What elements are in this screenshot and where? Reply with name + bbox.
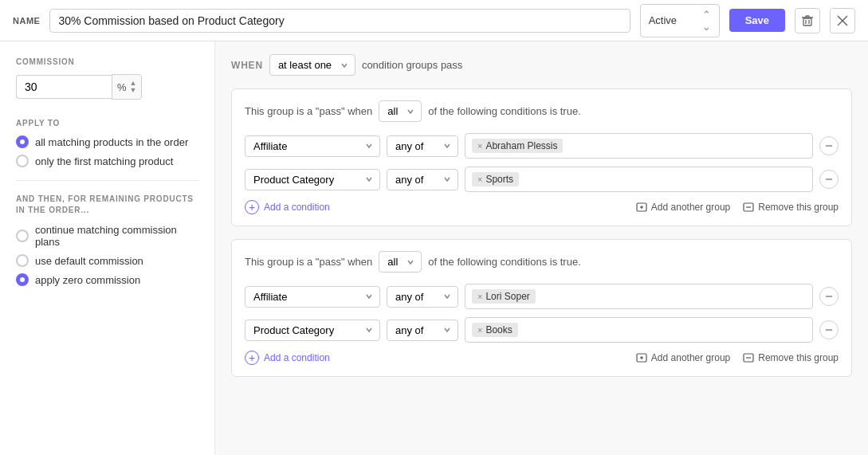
add-group-icon: [636, 202, 647, 213]
plus-circle-icon-2: +: [245, 351, 259, 365]
header: NAME Active ⌃⌄ Save: [0, 0, 868, 41]
group-1-pass-select[interactable]: all: [379, 100, 422, 122]
chevron-icon: ⌃⌄: [702, 9, 711, 33]
commission-suffix: % ▲▼: [112, 74, 142, 100]
add-group-icon-2: [636, 352, 647, 363]
minus-icon: [824, 292, 834, 301]
minus-icon: [824, 141, 834, 151]
tag: × Sports: [472, 172, 519, 186]
right-panel: WHEN at least one condition groups pass …: [215, 41, 868, 455]
and-then-default[interactable]: use default commission: [16, 254, 198, 267]
trash-icon: [801, 14, 814, 27]
group-2-footer: + Add a condition Add another group: [245, 351, 839, 365]
remove-group-icon: [743, 202, 754, 213]
and-then-zero[interactable]: apply zero commission: [16, 273, 198, 286]
group2-cond1-value[interactable]: × Lori Soper: [465, 284, 813, 309]
radio-first-circle: [16, 155, 29, 167]
commission-label: COMMISSION: [16, 57, 198, 66]
remove-condition-btn[interactable]: [819, 136, 839, 155]
when-condition-select[interactable]: at least one: [269, 54, 355, 76]
when-suffix: condition groups pass: [362, 59, 462, 71]
svg-rect-0: [803, 18, 811, 25]
radio-all-circle: [16, 135, 29, 148]
tag: × Abraham Plessis: [472, 139, 563, 153]
condition-row: Product Category any of × Books: [245, 317, 839, 343]
apply-to-first[interactable]: only the first matching product: [16, 155, 198, 167]
radio-default-circle: [16, 254, 29, 267]
group2-cond1-op[interactable]: any of: [387, 286, 458, 308]
group2-cond2-value[interactable]: × Books: [465, 317, 813, 343]
add-condition-btn-2[interactable]: + Add a condition: [245, 351, 330, 365]
and-then-continue[interactable]: continue matching commission plans: [16, 224, 198, 248]
group1-cond2-field[interactable]: Product Category: [245, 169, 380, 190]
group2-cond2-op[interactable]: any of: [387, 320, 458, 341]
remove-group-icon-2: [743, 352, 754, 363]
group1-cond2-op[interactable]: any of: [387, 169, 458, 190]
condition-row: Affiliate any of × Lori Soper: [245, 284, 839, 309]
close-icon: [837, 15, 848, 26]
status-select[interactable]: Active ⌃⌄: [640, 4, 720, 37]
tag: × Lori Soper: [472, 289, 536, 304]
save-button[interactable]: Save: [729, 9, 785, 32]
plus-circle-icon: +: [245, 200, 259, 214]
remove-group-btn-2[interactable]: Remove this group: [743, 352, 839, 363]
apply-to-all[interactable]: all matching products in the order: [16, 135, 198, 148]
group1-cond1-value[interactable]: × Abraham Plessis: [465, 133, 813, 159]
group1-cond1-field[interactable]: Affiliate: [245, 135, 380, 157]
add-group-btn[interactable]: Add another group: [636, 202, 730, 213]
left-panel: COMMISSION % ▲▼ APPLY TO all matching pr…: [0, 41, 215, 455]
when-row: WHEN at least one condition groups pass: [231, 54, 852, 76]
apply-to-label: APPLY TO: [16, 119, 198, 127]
when-label: WHEN: [231, 60, 263, 71]
group1-cond2-value[interactable]: × Sports: [465, 167, 813, 192]
body: COMMISSION % ▲▼ APPLY TO all matching pr…: [0, 41, 868, 455]
remove-group-btn[interactable]: Remove this group: [743, 202, 839, 213]
remove-condition-btn[interactable]: [819, 320, 839, 339]
condition-group-2: This group is a "pass" when all of the f…: [231, 239, 852, 377]
apply-to-group: all matching products in the order only …: [16, 135, 198, 167]
radio-continue-circle: [16, 229, 29, 242]
commission-row: % ▲▼: [16, 74, 198, 100]
footer-right: Add another group Remove this group: [636, 202, 839, 213]
minus-icon: [824, 175, 834, 184]
group-1-footer: + Add a condition Add another group: [245, 200, 839, 214]
condition-row: Product Category any of × Sports: [245, 167, 839, 192]
minus-icon: [824, 325, 834, 335]
add-condition-btn[interactable]: + Add a condition: [245, 200, 330, 214]
group-2-pass-select[interactable]: all: [379, 251, 422, 273]
remove-condition-btn[interactable]: [819, 287, 839, 306]
add-group-btn-2[interactable]: Add another group: [636, 352, 730, 363]
and-then-group: continue matching commission plans use d…: [16, 224, 198, 286]
commission-input[interactable]: [16, 75, 112, 99]
group2-cond1-field[interactable]: Affiliate: [245, 286, 380, 308]
close-button[interactable]: [830, 8, 855, 33]
status-label: Active: [649, 14, 677, 26]
name-input[interactable]: [49, 9, 630, 33]
radio-zero-circle: [16, 273, 29, 286]
tag: × Books: [472, 323, 518, 337]
delete-button[interactable]: [795, 8, 820, 33]
condition-group-1: This group is a "pass" when all of the f…: [231, 88, 852, 226]
name-label: NAME: [13, 16, 40, 25]
group2-cond2-field[interactable]: Product Category: [245, 320, 380, 341]
commission-chevron-icon: ▲▼: [130, 80, 137, 94]
remove-condition-btn[interactable]: [819, 170, 839, 189]
condition-row: Affiliate any of × Abraham Plessis: [245, 133, 839, 159]
group-2-header: This group is a "pass" when all of the f…: [245, 251, 839, 273]
and-then-label: AND THEN, FOR REMAINING PRODUCTS IN THE …: [16, 194, 198, 216]
group1-cond1-op[interactable]: any of: [387, 135, 458, 157]
divider: [16, 180, 198, 181]
footer-right-2: Add another group Remove this group: [636, 352, 839, 363]
group-1-header: This group is a "pass" when all of the f…: [245, 100, 839, 122]
